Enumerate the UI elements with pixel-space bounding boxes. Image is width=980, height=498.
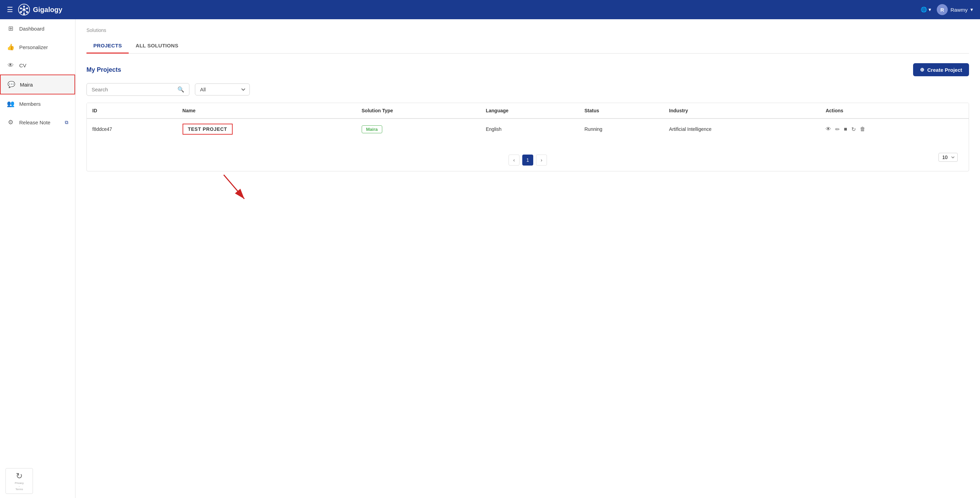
- sidebar-bottom: ↻ Privacy - Terms: [0, 464, 75, 498]
- edit-icon[interactable]: ✏: [835, 126, 840, 132]
- personalizer-icon: 👍: [7, 43, 14, 51]
- brand-logo[interactable]: Gigalogy: [18, 3, 62, 16]
- solution-type-badge: Maira: [362, 125, 382, 133]
- page-size-selector[interactable]: 10 20 50: [939, 153, 958, 162]
- annotation-area: [86, 171, 969, 202]
- delete-icon[interactable]: 🗑: [860, 126, 865, 132]
- sidebar-label-cv: CV: [19, 62, 26, 69]
- col-header-actions: Actions: [820, 103, 969, 118]
- sidebar-item-members[interactable]: 👥 Members: [0, 94, 75, 113]
- search-box: 🔍: [86, 83, 189, 96]
- projects-table: ID Name Solution Type Language Status In…: [87, 103, 969, 139]
- search-icon: 🔍: [177, 86, 184, 93]
- create-project-label: Create Project: [927, 67, 962, 73]
- sidebar-label-members: Members: [19, 101, 41, 107]
- cell-language: English: [480, 118, 579, 139]
- filters-row: 🔍 All Active Inactive: [86, 83, 969, 96]
- user-menu[interactable]: R Rawmy ▾: [937, 4, 973, 15]
- col-header-name: Name: [177, 103, 356, 118]
- sidebar-item-personalizer[interactable]: 👍 Personalizer: [0, 38, 75, 56]
- dashboard-icon: ⊞: [7, 25, 14, 32]
- breadcrumb: Solutions: [86, 27, 969, 33]
- tab-projects[interactable]: PROJECTS: [86, 38, 129, 54]
- sidebar-label-dashboard: Dashboard: [19, 26, 44, 32]
- create-project-icon: ⊕: [920, 67, 924, 73]
- user-avatar: R: [937, 4, 948, 15]
- sidebar-label-maira: Maira: [20, 82, 33, 88]
- col-header-id: ID: [87, 103, 177, 118]
- recaptcha-logo: ↻: [16, 471, 23, 481]
- hamburger-menu[interactable]: ☰: [7, 5, 13, 14]
- col-header-industry: Industry: [663, 103, 820, 118]
- cell-status: Running: [579, 118, 663, 139]
- user-chevron: ▾: [970, 6, 973, 13]
- header-left: ☰ Gigalogy: [7, 3, 62, 16]
- user-name: Rawmy: [950, 7, 968, 13]
- pagination-wrapper: ‹ 1 › 10 20 50: [87, 144, 969, 171]
- solution-type-filter[interactable]: All Active Inactive: [195, 83, 250, 96]
- col-header-language: Language: [480, 103, 579, 118]
- refresh-icon[interactable]: ↻: [851, 126, 856, 132]
- members-icon: 👥: [7, 100, 14, 107]
- maira-icon: 💬: [8, 81, 15, 88]
- projects-table-container: ID Name Solution Type Language Status In…: [86, 103, 969, 171]
- logo-icon: [18, 3, 30, 16]
- current-page-button[interactable]: 1: [522, 155, 533, 166]
- pagination: ‹ 1 ›: [506, 152, 550, 168]
- section-title: My Projects: [86, 66, 121, 73]
- main-content: Solutions PROJECTS ALL SOLUTIONS My Proj…: [75, 19, 980, 498]
- tab-all-solutions[interactable]: ALL SOLUTIONS: [129, 38, 185, 53]
- app-layout: ⊞ Dashboard 👍 Personalizer 👁 CV 💬 Maira …: [0, 19, 980, 498]
- tabs: PROJECTS ALL SOLUTIONS: [86, 38, 969, 54]
- cell-solution-type: Maira: [356, 118, 480, 139]
- col-header-status: Status: [579, 103, 663, 118]
- view-icon[interactable]: 👁: [826, 126, 831, 132]
- action-icons: 👁 ✏ ■ ↻ 🗑: [826, 126, 963, 132]
- recaptcha-terms-label[interactable]: Terms: [16, 488, 23, 491]
- project-name-badge[interactable]: TEST PROJECT: [183, 124, 233, 135]
- stop-icon[interactable]: ■: [844, 126, 847, 132]
- section-header: My Projects ⊕ Create Project: [86, 63, 969, 76]
- header-right: 🌐 ▾ R Rawmy ▾: [921, 4, 973, 15]
- svg-line-12: [21, 10, 23, 12]
- sidebar-item-cv[interactable]: 👁 CV: [0, 56, 75, 75]
- recaptcha-privacy[interactable]: Privacy: [15, 482, 24, 485]
- sidebar: ⊞ Dashboard 👍 Personalizer 👁 CV 💬 Maira …: [0, 19, 75, 498]
- sidebar-item-dashboard[interactable]: ⊞ Dashboard: [0, 19, 75, 38]
- globe-icon: 🌐: [921, 6, 927, 13]
- svg-line-15: [224, 175, 244, 199]
- search-input[interactable]: [92, 86, 177, 93]
- col-header-solution-type: Solution Type: [356, 103, 480, 118]
- release-note-icon: ⚙: [7, 118, 14, 126]
- red-arrow-annotation: [196, 171, 272, 202]
- cv-icon: 👁: [7, 62, 14, 69]
- sidebar-label-personalizer: Personalizer: [19, 44, 48, 50]
- cell-id: f8ddce47: [87, 118, 177, 139]
- table-row: f8ddce47 TEST PROJECT Maira English Runn…: [87, 118, 969, 139]
- cell-name[interactable]: TEST PROJECT: [177, 118, 356, 139]
- table-header-row: ID Name Solution Type Language Status In…: [87, 103, 969, 118]
- svg-point-7: [23, 8, 25, 11]
- cell-actions: 👁 ✏ ■ ↻ 🗑: [820, 118, 969, 139]
- external-link-icon: ⧉: [65, 120, 68, 125]
- app-header: ☰ Gigalogy 🌐 ▾: [0, 0, 980, 19]
- next-page-button[interactable]: ›: [536, 155, 547, 166]
- cell-industry: Artificial Intelligence: [663, 118, 820, 139]
- language-selector[interactable]: 🌐 ▾: [921, 6, 931, 13]
- recaptcha-terms[interactable]: -: [19, 485, 20, 488]
- sidebar-item-maira[interactable]: 💬 Maira: [0, 75, 75, 94]
- recaptcha-badge: ↻ Privacy - Terms: [5, 468, 33, 494]
- brand-name: Gigalogy: [33, 6, 62, 14]
- globe-chevron: ▾: [929, 6, 931, 13]
- prev-page-button[interactable]: ‹: [509, 155, 520, 166]
- sidebar-label-release-note: Release Note: [19, 120, 51, 125]
- create-project-button[interactable]: ⊕ Create Project: [913, 63, 969, 76]
- svg-line-10: [25, 10, 27, 12]
- sidebar-item-release-note[interactable]: ⚙ Release Note ⧉: [0, 113, 75, 131]
